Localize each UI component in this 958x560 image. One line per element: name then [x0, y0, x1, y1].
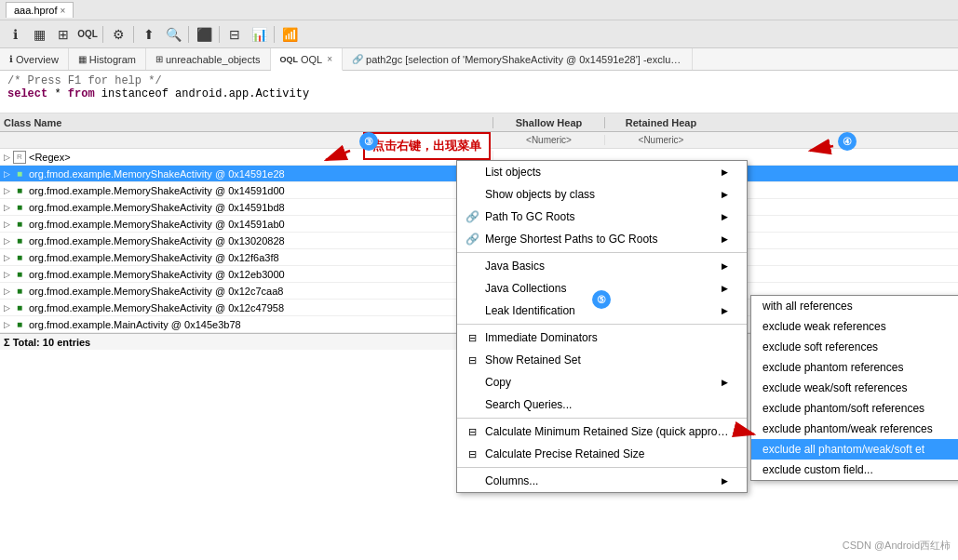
sub-menu-item-6-label: exclude phantom/weak references [762, 422, 933, 435]
subcol-shallow: <Numeric> [493, 135, 605, 145]
row-0-expand[interactable]: ▷ [4, 169, 10, 179]
tab-unreachable[interactable]: ⊞ unreachable_objects [146, 48, 271, 70]
row-4-name: org.fmod.example.MemoryShakeActivity @ 0… [29, 235, 285, 247]
overview-icon: ℹ [9, 54, 13, 64]
row-6-icon: ■ [13, 268, 26, 281]
regex-expand[interactable]: ▷ [4, 153, 10, 162]
find-btn[interactable]: 🔍 [162, 24, 184, 45]
sub-menu-item-1-label: exclude weak references [762, 320, 886, 333]
tab-overview[interactable]: ℹ Overview [0, 48, 69, 70]
row-4-expand[interactable]: ▷ [4, 236, 10, 246]
menu-java-collections-label: Java Collections [485, 282, 566, 295]
sub-menu-item-6[interactable]: exclude phantom/weak references [751, 419, 958, 439]
unreachable-icon: ⊞ [155, 54, 163, 64]
row-2-name: org.fmod.example.MemoryShakeActivity @ 0… [29, 202, 285, 213]
menu-sep2 [457, 324, 747, 325]
bar-btn[interactable]: 📶 [278, 24, 301, 45]
menu-copy[interactable]: Copy [457, 371, 747, 393]
row-6-name: org.fmod.example.MemoryShakeActivity @ 0… [29, 269, 285, 280]
menu-show-by-class-icon [465, 187, 479, 202]
sub-menu-item-8[interactable]: exclude custom field... [751, 460, 958, 480]
sub-menu-item-7[interactable]: exclude all phantom/weak/soft et [751, 439, 958, 460]
row-7-expand[interactable]: ▷ [4, 287, 10, 296]
menu-copy-icon [465, 375, 479, 390]
row-3-expand[interactable]: ▷ [4, 220, 10, 229]
row-9-name: org.fmod.example.MainActivity @ 0x145e3b… [29, 319, 241, 330]
objects-btn[interactable]: ⊞ [52, 24, 74, 45]
row-4-icon: ■ [13, 234, 26, 247]
col-retained-header: Retained Heap [605, 117, 717, 128]
main-content: Class Name Shallow Heap Retained Heap <N… [0, 113, 958, 560]
sub-menu-item-2[interactable]: exclude soft references [751, 337, 958, 357]
menu-columns[interactable]: Columns... [457, 470, 747, 492]
row-9-expand[interactable]: ▷ [4, 320, 10, 329]
sep3 [188, 26, 189, 43]
menu-calc-min-icon: ⊟ [465, 424, 479, 439]
row-3-icon: ■ [13, 218, 26, 231]
menu-list-objects[interactable]: List objects [457, 161, 747, 183]
row-5-icon: ■ [13, 251, 26, 264]
row-3-class: ▷ ■ org.fmod.example.MemoryShakeActivity… [0, 218, 493, 231]
menu-columns-icon [465, 473, 479, 488]
row-7-name: org.fmod.example.MemoryShakeActivity @ 0… [29, 286, 283, 297]
sub-menu-item-0[interactable]: with all references [751, 296, 958, 316]
oql-close-icon[interactable]: × [327, 54, 332, 64]
menu-calc-precise[interactable]: ⊟ Calculate Precise Retained Size [457, 443, 747, 465]
menu-show-by-class[interactable]: Show objects by class [457, 183, 747, 206]
annotation-box: 点击右键，出现菜单 [363, 132, 491, 160]
oql-editor[interactable]: /* Press F1 for help */ select * from in… [0, 71, 958, 113]
row-4-class: ▷ ■ org.fmod.example.MemoryShakeActivity… [0, 234, 493, 247]
row-1-expand[interactable]: ▷ [4, 186, 10, 195]
title-bar: aaa.hprof × [0, 0, 958, 20]
oql-query-line: select * from instanceof android.app.Act… [7, 87, 951, 100]
menu-merge-shortest[interactable]: 🔗 Merge Shortest Paths to GC Roots [457, 228, 747, 250]
regex-icon: R [13, 151, 26, 164]
menu-immediate-dom[interactable]: ⊟ Immediate Dominators [457, 327, 747, 349]
sub-menu-item-2-label: exclude soft references [762, 340, 878, 353]
tab-path2gc[interactable]: 🔗 path2gc [selection of 'MemoryShakeActi… [343, 48, 693, 70]
row-2-expand[interactable]: ▷ [4, 203, 10, 212]
sub-menu-item-1[interactable]: exclude weak references [751, 316, 958, 337]
row-8-expand[interactable]: ▷ [4, 303, 10, 313]
menu-calc-precise-label: Calculate Precise Retained Size [485, 447, 644, 460]
sub-menu-item-3-label: exclude phantom references [762, 361, 903, 374]
menu-show-retained-label: Show Retained Set [485, 353, 581, 367]
menu-search-queries[interactable]: Search Queries... [457, 393, 747, 416]
row-9-class: ▷ ■ org.fmod.example.MainActivity @ 0x14… [0, 318, 493, 331]
file-tab[interactable]: aaa.hprof × [6, 2, 74, 18]
sub-menu-item-4[interactable]: exclude weak/soft references [751, 378, 958, 398]
sub-menu-item-3[interactable]: exclude phantom references [751, 357, 958, 378]
row-8-name: org.fmod.example.MemoryShakeActivity @ 0… [29, 302, 284, 313]
settings-btn[interactable]: ⚙ [107, 24, 129, 45]
tab-histogram[interactable]: ▦ Histogram [69, 48, 146, 70]
histogram-btn[interactable]: ▦ [28, 24, 50, 45]
row-2-icon: ■ [13, 201, 26, 214]
row-8-class: ▷ ■ org.fmod.example.MemoryShakeActivity… [0, 301, 493, 314]
menu-show-retained[interactable]: ⊟ Show Retained Set [457, 349, 747, 371]
export-btn[interactable]: ⬆ [138, 24, 160, 45]
row-8-icon: ■ [13, 301, 26, 314]
menu-path-icon: 🔗 [465, 209, 479, 224]
file-tab-close[interactable]: × [60, 6, 65, 16]
stop-btn[interactable]: ⬛ [193, 24, 215, 45]
sub-tabs: ℹ Overview ▦ Histogram ⊞ unreachable_obj… [0, 48, 958, 71]
sub-context-menu: with all references exclude weak referen… [750, 295, 958, 481]
chart-btn[interactable]: 📊 [248, 24, 270, 45]
row-1-name: org.fmod.example.MemoryShakeActivity @ 0… [29, 185, 285, 196]
row-6-expand[interactable]: ▷ [4, 270, 10, 279]
menu-sep3 [457, 418, 747, 419]
menu-merge-shortest-label: Merge Shortest Paths to GC Roots [485, 233, 657, 246]
oql-btn[interactable]: OQL [76, 24, 99, 45]
menu-path-to-gc[interactable]: 🔗 Path To GC Roots [457, 206, 747, 228]
tab-oql[interactable]: OQL OQL × [271, 48, 344, 71]
row-5-expand[interactable]: ▷ [4, 253, 10, 262]
menu-imm-dom-icon: ⊟ [465, 330, 479, 345]
row-5-name: org.fmod.example.MemoryShakeActivity @ 0… [29, 252, 279, 263]
info-btn[interactable]: ℹ [4, 24, 26, 45]
menu-calc-min[interactable]: ⊟ Calculate Minimum Retained Size (quick… [457, 420, 747, 443]
menu-leak-id-label: Leak Identification [485, 304, 575, 317]
menu-java-basics[interactable]: Java Basics [457, 255, 747, 277]
grid-btn[interactable]: ⊟ [223, 24, 246, 45]
menu-calc-precise-icon: ⊟ [465, 447, 479, 461]
sub-menu-item-5[interactable]: exclude phantom/soft references [751, 398, 958, 419]
